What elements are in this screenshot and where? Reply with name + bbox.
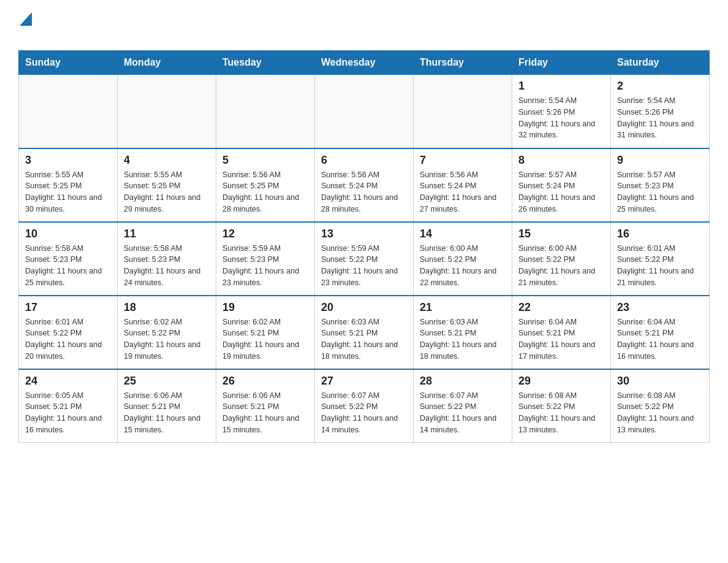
- calendar-day-cell: 24Sunrise: 6:05 AMSunset: 5:21 PMDayligh…: [19, 369, 118, 443]
- day-info: Sunrise: 5:59 AMSunset: 5:23 PMDaylight:…: [222, 243, 308, 289]
- calendar-week-row: 3Sunrise: 5:55 AMSunset: 5:25 PMDaylight…: [19, 148, 710, 222]
- day-info: Sunrise: 6:08 AMSunset: 5:22 PMDaylight:…: [518, 390, 604, 436]
- day-info: Sunrise: 6:06 AMSunset: 5:21 PMDaylight:…: [124, 390, 210, 436]
- calendar-day-cell: 12Sunrise: 5:59 AMSunset: 5:23 PMDayligh…: [216, 222, 315, 296]
- calendar-day-cell: 20Sunrise: 6:03 AMSunset: 5:21 PMDayligh…: [315, 296, 414, 369]
- day-number: 30: [617, 375, 703, 388]
- weekday-header-tuesday: Tuesday: [216, 51, 315, 75]
- day-number: 4: [124, 154, 210, 167]
- logo: [18, 12, 32, 44]
- day-number: 11: [124, 228, 210, 240]
- day-info: Sunrise: 6:01 AMSunset: 5:22 PMDaylight:…: [25, 316, 111, 362]
- calendar-day-cell: 5Sunrise: 5:56 AMSunset: 5:25 PMDaylight…: [216, 148, 315, 222]
- calendar-day-cell: 17Sunrise: 6:01 AMSunset: 5:22 PMDayligh…: [19, 296, 118, 369]
- day-number: 22: [518, 301, 604, 314]
- day-number: 16: [617, 228, 703, 240]
- logo-arrow-icon: [20, 12, 32, 26]
- calendar-day-cell: 25Sunrise: 6:06 AMSunset: 5:21 PMDayligh…: [118, 369, 216, 443]
- calendar-day-cell: 7Sunrise: 5:56 AMSunset: 5:24 PMDaylight…: [414, 148, 512, 222]
- calendar-day-cell: [315, 75, 414, 148]
- weekday-header-wednesday: Wednesday: [315, 51, 414, 75]
- calendar-day-cell: [216, 75, 315, 148]
- day-info: Sunrise: 6:01 AMSunset: 5:22 PMDaylight:…: [617, 243, 703, 289]
- calendar-day-cell: 27Sunrise: 6:07 AMSunset: 5:22 PMDayligh…: [315, 369, 414, 443]
- day-info: Sunrise: 6:04 AMSunset: 5:21 PMDaylight:…: [518, 316, 604, 362]
- day-number: 3: [25, 154, 111, 167]
- calendar-day-cell: 18Sunrise: 6:02 AMSunset: 5:22 PMDayligh…: [118, 296, 216, 369]
- calendar-day-cell: 11Sunrise: 5:58 AMSunset: 5:23 PMDayligh…: [118, 222, 216, 296]
- calendar-day-cell: 2Sunrise: 5:54 AMSunset: 5:26 PMDaylight…: [611, 75, 710, 148]
- calendar-day-cell: [118, 75, 216, 148]
- day-info: Sunrise: 5:54 AMSunset: 5:26 PMDaylight:…: [617, 95, 703, 141]
- day-number: 7: [420, 154, 506, 167]
- day-info: Sunrise: 6:04 AMSunset: 5:21 PMDaylight:…: [617, 316, 703, 362]
- calendar-week-row: 1Sunrise: 5:54 AMSunset: 5:26 PMDaylight…: [19, 75, 710, 148]
- calendar-day-cell: 10Sunrise: 5:58 AMSunset: 5:23 PMDayligh…: [19, 222, 118, 296]
- page-header: [18, 12, 710, 44]
- day-info: Sunrise: 6:00 AMSunset: 5:22 PMDaylight:…: [420, 243, 506, 289]
- calendar-day-cell: 28Sunrise: 6:07 AMSunset: 5:22 PMDayligh…: [414, 369, 512, 443]
- calendar-day-cell: 30Sunrise: 6:08 AMSunset: 5:22 PMDayligh…: [611, 369, 710, 443]
- day-number: 2: [617, 80, 703, 93]
- day-info: Sunrise: 5:58 AMSunset: 5:23 PMDaylight:…: [124, 243, 210, 289]
- day-number: 10: [25, 228, 111, 240]
- calendar-day-cell: 29Sunrise: 6:08 AMSunset: 5:22 PMDayligh…: [512, 369, 611, 443]
- day-info: Sunrise: 6:05 AMSunset: 5:21 PMDaylight:…: [25, 390, 111, 436]
- weekday-header-thursday: Thursday: [414, 51, 512, 75]
- calendar-day-cell: 14Sunrise: 6:00 AMSunset: 5:22 PMDayligh…: [414, 222, 512, 296]
- day-info: Sunrise: 5:57 AMSunset: 5:24 PMDaylight:…: [518, 169, 604, 215]
- calendar-day-cell: 4Sunrise: 5:55 AMSunset: 5:25 PMDaylight…: [118, 148, 216, 222]
- day-info: Sunrise: 5:56 AMSunset: 5:24 PMDaylight:…: [321, 169, 407, 215]
- day-number: 14: [420, 228, 506, 240]
- day-info: Sunrise: 6:07 AMSunset: 5:22 PMDaylight:…: [420, 390, 506, 436]
- weekday-header-sunday: Sunday: [19, 51, 118, 75]
- day-number: 29: [518, 375, 604, 388]
- day-number: 9: [617, 154, 703, 167]
- day-info: Sunrise: 5:56 AMSunset: 5:24 PMDaylight:…: [420, 169, 506, 215]
- day-number: 24: [25, 375, 111, 388]
- day-number: 5: [222, 154, 308, 167]
- svg-marker-0: [20, 12, 32, 26]
- day-info: Sunrise: 6:03 AMSunset: 5:21 PMDaylight:…: [321, 316, 407, 362]
- calendar-day-cell: 13Sunrise: 5:59 AMSunset: 5:22 PMDayligh…: [315, 222, 414, 296]
- day-number: 18: [124, 301, 210, 314]
- calendar-day-cell: 23Sunrise: 6:04 AMSunset: 5:21 PMDayligh…: [611, 296, 710, 369]
- calendar-day-cell: 3Sunrise: 5:55 AMSunset: 5:25 PMDaylight…: [19, 148, 118, 222]
- day-number: 28: [420, 375, 506, 388]
- day-info: Sunrise: 5:55 AMSunset: 5:25 PMDaylight:…: [124, 169, 210, 215]
- day-number: 25: [124, 375, 210, 388]
- calendar-day-cell: [19, 75, 118, 148]
- day-number: 21: [420, 301, 506, 314]
- calendar-day-cell: 15Sunrise: 6:00 AMSunset: 5:22 PMDayligh…: [512, 222, 611, 296]
- day-number: 13: [321, 228, 407, 240]
- day-info: Sunrise: 5:56 AMSunset: 5:25 PMDaylight:…: [222, 169, 308, 215]
- day-info: Sunrise: 6:06 AMSunset: 5:21 PMDaylight:…: [222, 390, 308, 436]
- day-info: Sunrise: 5:55 AMSunset: 5:25 PMDaylight:…: [25, 169, 111, 215]
- day-number: 19: [222, 301, 308, 314]
- calendar-week-row: 24Sunrise: 6:05 AMSunset: 5:21 PMDayligh…: [19, 369, 710, 443]
- calendar-day-cell: 1Sunrise: 5:54 AMSunset: 5:26 PMDaylight…: [512, 75, 611, 148]
- day-info: Sunrise: 6:08 AMSunset: 5:22 PMDaylight:…: [617, 390, 703, 436]
- day-number: 15: [518, 228, 604, 240]
- day-number: 8: [518, 154, 604, 167]
- day-info: Sunrise: 6:00 AMSunset: 5:22 PMDaylight:…: [518, 243, 604, 289]
- day-info: Sunrise: 5:57 AMSunset: 5:23 PMDaylight:…: [617, 169, 703, 215]
- calendar-day-cell: 21Sunrise: 6:03 AMSunset: 5:21 PMDayligh…: [414, 296, 512, 369]
- calendar-week-row: 10Sunrise: 5:58 AMSunset: 5:23 PMDayligh…: [19, 222, 710, 296]
- weekday-header-friday: Friday: [512, 51, 611, 75]
- weekday-header-monday: Monday: [118, 51, 216, 75]
- calendar-day-cell: 19Sunrise: 6:02 AMSunset: 5:21 PMDayligh…: [216, 296, 315, 369]
- calendar-day-cell: 26Sunrise: 6:06 AMSunset: 5:21 PMDayligh…: [216, 369, 315, 443]
- calendar-day-cell: 8Sunrise: 5:57 AMSunset: 5:24 PMDaylight…: [512, 148, 611, 222]
- weekday-header-row: SundayMondayTuesdayWednesdayThursdayFrid…: [19, 51, 710, 75]
- day-info: Sunrise: 6:02 AMSunset: 5:21 PMDaylight:…: [222, 316, 308, 362]
- calendar-day-cell: 6Sunrise: 5:56 AMSunset: 5:24 PMDaylight…: [315, 148, 414, 222]
- day-number: 27: [321, 375, 407, 388]
- day-number: 23: [617, 301, 703, 314]
- day-number: 12: [222, 228, 308, 240]
- day-info: Sunrise: 6:02 AMSunset: 5:22 PMDaylight:…: [124, 316, 210, 362]
- calendar-day-cell: 16Sunrise: 6:01 AMSunset: 5:22 PMDayligh…: [611, 222, 710, 296]
- day-info: Sunrise: 6:03 AMSunset: 5:21 PMDaylight:…: [420, 316, 506, 362]
- day-info: Sunrise: 5:59 AMSunset: 5:22 PMDaylight:…: [321, 243, 407, 289]
- day-info: Sunrise: 6:07 AMSunset: 5:22 PMDaylight:…: [321, 390, 407, 436]
